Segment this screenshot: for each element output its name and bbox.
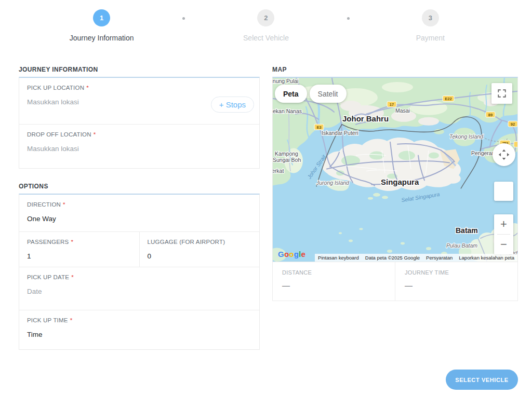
google-map[interactable]: 17 E22 E3 89 92 J52 unung Pulai Pekan Na… [272, 77, 518, 262]
required-asterisk: * [71, 239, 73, 245]
svg-text:92: 92 [511, 122, 515, 127]
pan-control[interactable] [493, 143, 515, 166]
map-data-text: Data peta ©2025 Google [362, 255, 423, 261]
map-label-kampong: Kampong [275, 151, 298, 157]
step-number-badge: 1 [93, 9, 110, 26]
map-label-pulau-batam: Pulau Batam [446, 243, 477, 249]
pickup-location-field[interactable]: PICK UP LOCATION* Masukkan lokasi + Stop… [19, 78, 259, 125]
booking-stepper: 1 Journey Information 2 Select Vehicle 3… [0, 9, 532, 42]
passengers-input[interactable]: 1 [27, 252, 131, 260]
distance-cell: DISTANCE — [273, 262, 395, 301]
required-asterisk: * [86, 85, 89, 91]
pickup-location-label: PICK UP LOCATION* [27, 85, 251, 91]
select-vehicle-button[interactable]: SELECT VEHICLE [446, 370, 518, 390]
map-label-singapura: Singapura [381, 177, 419, 186]
pickup-date-label: PICK UP DATE* [27, 274, 251, 280]
journey-time-cell: JOURNEY TIME — [395, 262, 517, 301]
fullscreen-icon [497, 89, 507, 98]
fullscreen-button[interactable] [491, 83, 512, 104]
map-canvas[interactable]: 17 E22 E3 89 92 J52 unung Pulai Pekan Na… [273, 78, 517, 262]
pickup-date-field[interactable]: PICK UP DATE* Date [19, 267, 259, 310]
map-label-tekong-island: Tekong Island [449, 134, 484, 140]
direction-field[interactable]: DIRECTION* One Way [19, 195, 259, 232]
map-ubin-island [434, 129, 444, 134]
map-column: MAP [272, 66, 518, 301]
required-asterisk: * [63, 201, 65, 208]
pickup-time-input[interactable]: Time [27, 331, 251, 338]
step-number-badge: 3 [422, 9, 439, 26]
zoom-in-button[interactable]: + [494, 214, 513, 234]
svg-text:17: 17 [390, 102, 394, 107]
pickup-time-field[interactable]: PICK UP TIME* Time [19, 310, 259, 349]
map-heading: MAP [272, 66, 518, 73]
options-panel: DIRECTION* One Way PASSENGERS* 1 LUGGAGE… [19, 194, 260, 350]
map-label-pekan-nanas: Pekan Nanas [273, 108, 302, 114]
map-label-iskandar-puteri: Iskandar Puteri [322, 130, 358, 136]
luggage-label: LUGGAGE (FOR AIRPORT) [148, 239, 252, 245]
terms-link[interactable]: Persyaratan [423, 255, 456, 261]
map-label-jurong-island: Jurong Island [316, 180, 350, 186]
dropoff-location-label: DROP OFF LOCATION* [27, 131, 251, 138]
step-number-badge: 2 [257, 9, 274, 26]
map-label-gunung-pulai: unung Pulai [273, 78, 298, 84]
journey-information-heading: JOURNEY INFORMATION [19, 66, 260, 73]
svg-text:89: 89 [488, 113, 493, 117]
svg-text:E22: E22 [445, 97, 451, 101]
required-asterisk: * [70, 317, 73, 323]
passengers-label: PASSENGERS* [27, 239, 131, 245]
options-heading: OPTIONS [19, 183, 260, 190]
dropoff-location-input[interactable]: Masukkan lokasi [27, 145, 251, 153]
journey-form-column: JOURNEY INFORMATION PICK UP LOCATION* Ma… [19, 66, 260, 350]
pickup-date-input[interactable]: Date [27, 288, 251, 295]
distance-label: DISTANCE [282, 269, 385, 276]
distance-value: — [282, 281, 385, 290]
map-label-masai: Masai [395, 108, 410, 114]
pickup-time-label: PICK UP TIME* [27, 317, 251, 323]
pan-arrows-icon [497, 148, 511, 161]
journey-time-value: — [405, 281, 508, 290]
passengers-field[interactable]: PASSENGERS* 1 [19, 232, 140, 267]
required-asterisk: * [94, 131, 96, 138]
step-label: Payment [416, 34, 445, 42]
required-asterisk: * [71, 274, 74, 280]
journey-time-label: JOURNEY TIME [405, 269, 508, 276]
map-label-batam: Batam [456, 226, 478, 235]
zoom-out-button[interactable]: − [494, 235, 513, 254]
stepper-step-journey-information[interactable]: 1 Journey Information [21, 9, 182, 42]
direction-select[interactable]: One Way [27, 215, 251, 223]
journey-info-panel: PICK UP LOCATION* Masukkan lokasi + Stop… [19, 77, 260, 169]
map-label-erkat: erkat [273, 168, 284, 174]
map-view-button[interactable]: Peta [275, 85, 307, 103]
map-type-control: Peta Satelit [275, 85, 347, 103]
map-attribution-bar: Pintasan keyboard Data peta ©2025 Google… [315, 254, 517, 262]
keyboard-shortcuts-link[interactable]: Pintasan keyboard [315, 255, 362, 261]
add-stops-button[interactable]: + Stops [211, 97, 254, 113]
dropoff-location-field[interactable]: DROP OFF LOCATION* Masukkan lokasi [19, 125, 259, 168]
luggage-field[interactable]: LUGGAGE (FOR AIRPORT) 0 [140, 232, 260, 267]
zoom-control: + − [494, 214, 513, 254]
luggage-input[interactable]: 0 [148, 252, 252, 260]
map-label-sungai-boh: Sungai Boh [273, 157, 301, 163]
stepper-step-select-vehicle[interactable]: 2 Select Vehicle [185, 9, 347, 42]
step-label: Journey Information [70, 34, 134, 42]
passengers-luggage-row: PASSENGERS* 1 LUGGAGE (FOR AIRPORT) 0 [19, 232, 259, 267]
step-label: Select Vehicle [243, 34, 289, 42]
direction-label: DIRECTION* [27, 201, 251, 208]
satellite-view-button[interactable]: Satelit [310, 85, 347, 103]
journey-summary-row: DISTANCE — JOURNEY TIME — [272, 262, 518, 301]
map-label-johor-bahru: Johor Bahru [342, 114, 389, 123]
stepper-step-payment[interactable]: 3 Payment [350, 9, 511, 42]
google-logo: Google [278, 250, 305, 258]
svg-text:E3: E3 [316, 125, 321, 130]
report-error-link[interactable]: Laporkan kesalahan peta [456, 255, 517, 261]
street-view-pegman-box[interactable] [494, 182, 513, 201]
